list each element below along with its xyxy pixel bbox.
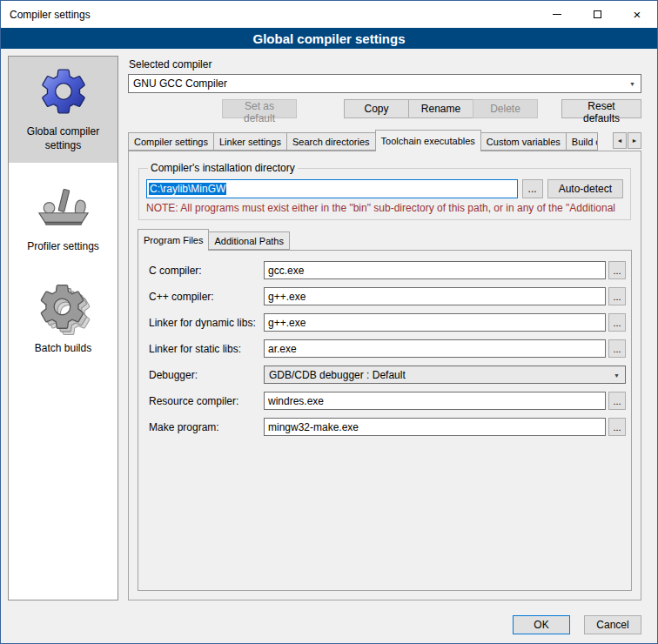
resource-compiler-input[interactable]: [264, 392, 606, 410]
tab-custom-variables[interactable]: Custom variables: [480, 132, 567, 151]
tab-search-directories[interactable]: Search directories: [286, 132, 376, 151]
window-title: Compiler settings: [1, 1, 537, 28]
sidebar-item-profiler-settings[interactable]: Profiler settings: [9, 171, 118, 265]
program-files-notebook: Program Files Additional Paths C compile…: [138, 229, 632, 591]
debugger-label: Debugger:: [149, 369, 264, 381]
set-as-default-button[interactable]: Set as default: [222, 99, 297, 118]
main-content: Selected compiler GNU GCC Compiler ▼ Set…: [118, 56, 650, 600]
row-cpp-compiler: C++ compiler: ...: [149, 287, 626, 305]
tab-scroll-buttons: ◄ ►: [612, 132, 641, 149]
tab-compiler-settings[interactable]: Compiler settings: [128, 132, 214, 151]
tab-program-files[interactable]: Program Files: [138, 229, 209, 251]
maximize-button[interactable]: [577, 1, 617, 28]
static-linker-input[interactable]: [264, 339, 606, 358]
bin-subdirectory-note: NOTE: All programs must exist either in …: [146, 202, 623, 214]
sidebar-item-label: Batch builds: [35, 342, 91, 356]
selected-compiler-value: GNU GCC Compiler: [133, 77, 227, 90]
delete-button[interactable]: Delete: [473, 99, 538, 118]
settings-category-list: Global compiler settings Profiler settin…: [8, 56, 118, 600]
titlebar[interactable]: Compiler settings ×: [1, 1, 657, 28]
installation-directory-browse-button[interactable]: ...: [522, 179, 543, 198]
tab-additional-paths[interactable]: Additional Paths: [208, 231, 290, 250]
resource-compiler-label: Resource compiler:: [149, 395, 264, 407]
tab-scroll-right-button[interactable]: ►: [628, 132, 641, 149]
tabs-scroll-area: Compiler settings Linker settings Search…: [128, 130, 641, 151]
static-linker-label: Linker for static libs:: [149, 343, 264, 355]
make-program-browse-button[interactable]: ...: [608, 418, 626, 436]
rename-button[interactable]: Rename: [408, 99, 473, 118]
sidebar-item-batch-builds[interactable]: Batch builds: [9, 273, 118, 366]
cpp-compiler-input[interactable]: [264, 287, 606, 305]
compiler-gear-icon: [37, 64, 91, 118]
auto-detect-button[interactable]: Auto-detect: [547, 179, 623, 198]
right-arrow-icon: ►: [632, 138, 638, 144]
page-title: Global compiler settings: [1, 28, 657, 49]
dynamic-linker-label: Linker for dynamic libs:: [149, 317, 264, 329]
selected-compiler-dropdown[interactable]: GNU GCC Compiler ▼: [128, 74, 641, 93]
ok-button[interactable]: OK: [513, 615, 570, 634]
minimize-button[interactable]: [537, 1, 577, 28]
sidebar-item-label: Global compiler settings: [11, 125, 115, 152]
make-program-input[interactable]: [264, 418, 606, 436]
c-compiler-label: C compiler:: [149, 265, 264, 277]
dynamic-linker-input[interactable]: [264, 313, 606, 332]
sidebar-item-label: Profiler settings: [27, 240, 99, 254]
settings-tabs: Compiler settings Linker settings Search…: [128, 130, 641, 151]
row-resource-compiler: Resource compiler: ...: [149, 392, 626, 410]
maximize-icon: [594, 10, 601, 18]
program-files-panel: C compiler: ... C++ compiler: ... Linker…: [138, 250, 632, 591]
program-files-tabs: Program Files Additional Paths: [138, 229, 632, 251]
make-program-label: Make program:: [149, 421, 264, 433]
tab-scroll-left-button[interactable]: ◄: [613, 132, 627, 149]
cpp-compiler-label: C++ compiler:: [149, 291, 264, 303]
installation-directory-row: C:\raylib\MinGW ... Auto-detect: [146, 179, 623, 198]
installation-directory-group: Compiler's installation directory C:\ray…: [138, 162, 631, 220]
resource-compiler-browse-button[interactable]: ...: [608, 392, 626, 410]
tab-build-options[interactable]: Build options: [566, 132, 598, 151]
row-make-program: Make program: ...: [149, 418, 626, 436]
close-button[interactable]: ×: [617, 1, 657, 28]
dynamic-linker-browse-button[interactable]: ...: [608, 313, 626, 332]
batch-builds-gears-icon: [37, 281, 91, 335]
dialog-buttons: OK Cancel: [1, 607, 657, 643]
row-debugger: Debugger: GDB/CDB debugger : Default ▼: [149, 366, 626, 384]
dialog-body: Global compiler settings Profiler settin…: [1, 49, 657, 607]
tab-linker-settings[interactable]: Linker settings: [213, 132, 287, 151]
profiler-plane-icon: [37, 179, 91, 233]
static-linker-browse-button[interactable]: ...: [608, 339, 626, 358]
c-compiler-browse-button[interactable]: ...: [608, 261, 626, 279]
toolchain-executables-panel: Compiler's installation directory C:\ray…: [128, 151, 641, 600]
row-c-compiler: C compiler: ...: [149, 261, 626, 279]
reset-defaults-button[interactable]: Reset defaults: [561, 99, 641, 118]
row-static-linker: Linker for static libs: ...: [149, 339, 626, 358]
tab-toolchain-executables[interactable]: Toolchain executables: [375, 130, 481, 151]
debugger-value: GDB/CDB debugger : Default: [269, 369, 406, 381]
debugger-dropdown[interactable]: GDB/CDB debugger : Default ▼: [264, 366, 626, 384]
copy-button[interactable]: Copy: [344, 99, 409, 118]
dropdown-arrow-icon: ▼: [629, 81, 635, 87]
c-compiler-input[interactable]: [264, 261, 606, 279]
installation-directory-group-title: Compiler's installation directory: [148, 162, 298, 174]
installation-directory-input[interactable]: C:\raylib\MinGW: [146, 179, 518, 198]
row-dynamic-linker: Linker for dynamic libs: ...: [149, 313, 626, 332]
dropdown-arrow-icon: ▼: [614, 372, 620, 378]
sidebar-item-global-compiler-settings[interactable]: Global compiler settings: [9, 57, 118, 163]
subtabs-area: Program Files Additional Paths: [138, 229, 632, 251]
left-arrow-icon: ◄: [617, 138, 623, 144]
cancel-button[interactable]: Cancel: [584, 615, 641, 634]
minimize-icon: [553, 14, 561, 15]
compiler-settings-dialog: Compiler settings × Global compiler sett…: [0, 0, 658, 644]
selected-compiler-label: Selected compiler: [129, 58, 641, 70]
cpp-compiler-browse-button[interactable]: ...: [608, 287, 626, 305]
installation-directory-value: C:\raylib\MinGW: [149, 183, 226, 195]
close-icon: ×: [634, 8, 641, 21]
compiler-actions: Set as default Copy Rename Delete Reset …: [128, 99, 641, 118]
